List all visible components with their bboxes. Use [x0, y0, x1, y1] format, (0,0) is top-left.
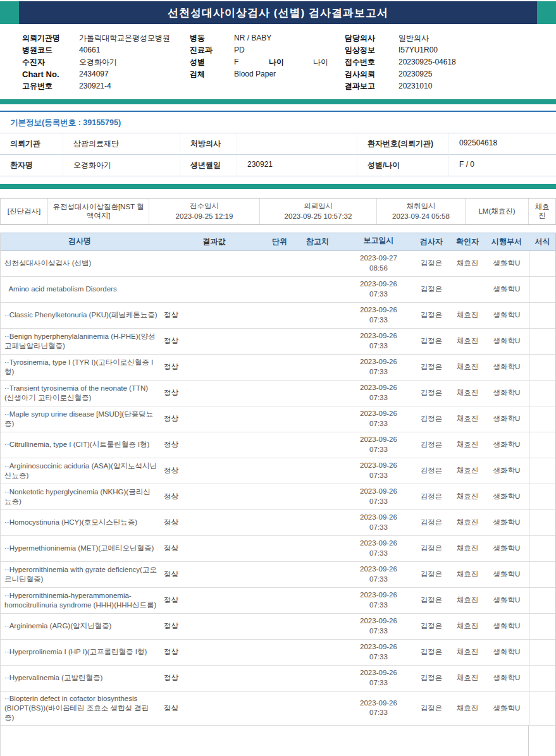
confirmer-name: 채효진: [451, 388, 484, 398]
field-value: 230921-4: [79, 80, 111, 92]
test-name: ··Argininosuccinic aciduria (ASA)(알지노석시닌…: [1, 459, 159, 483]
column-header-result: 결과값: [159, 233, 269, 250]
field-label: 의뢰기관명: [22, 32, 79, 44]
collection-datetime: 채취일시 2023-09-24 05:58: [377, 198, 466, 224]
test-name: ··Maple syrup urine disease [MSUD](단풍당뇨증…: [1, 407, 159, 431]
tester-name: 김정은: [412, 259, 451, 268]
report-datetime: 2023-09-26 07:33: [345, 329, 412, 353]
request-datetime-value: 2023-09-25 10:57:32: [285, 212, 352, 221]
test-name: ··Biopterin defect in cofactor biosynthe…: [1, 692, 159, 725]
table-row[interactable]: ··Biopterin defect in cofactor biosynthe…: [1, 692, 555, 726]
report-header: 의뢰기관명 가톨릭대학교은평성모병원 병원코드 40661 수진자 오경화아기 …: [0, 24, 556, 99]
table-row[interactable]: ··Hyperornithinemia-hyperammonemia-homoc…: [1, 588, 555, 614]
test-result: 정상: [159, 388, 269, 398]
confirmer-name: 채효진: [451, 336, 484, 346]
test-result: 정상: [159, 518, 269, 527]
field-label: 병동: [190, 32, 234, 44]
diagnostic-confirmer: 채효진: [529, 198, 555, 224]
field-value: 가톨릭대학교은평성모병원: [79, 32, 170, 44]
field-label: 검체: [190, 68, 234, 80]
header-field-row: 검체 Blood Paper: [190, 68, 338, 80]
tester-name: 김정은: [412, 704, 451, 713]
test-name: ··Hyperornithinemia-hyperammonemia-homoc…: [1, 588, 159, 613]
test-result: 정상: [159, 595, 269, 605]
test-name: ··Tyrosinemia, type I (TYR I)(고타이로신혈증 I형…: [1, 355, 159, 379]
header-field-row: 담당의사 일반의사: [345, 32, 556, 44]
test-result: 정상: [159, 362, 269, 372]
performing-dept: 생화학U: [484, 362, 529, 372]
report-datetime: 2023-09-26 07:33: [345, 666, 412, 690]
tester-name: 김정은: [412, 544, 451, 553]
form-cell: [529, 562, 555, 587]
test-result: 정상: [159, 310, 269, 320]
report-datetime: 2023-09-26 07:33: [345, 355, 412, 379]
performing-dept: 생화학U: [484, 647, 529, 657]
test-result: 정상: [159, 336, 269, 346]
basic-info-label: 처방의사: [180, 133, 237, 155]
column-header-reference: 참고치: [290, 233, 345, 250]
field-label: 담당의사: [345, 32, 398, 44]
tester-name: 김정은: [412, 492, 451, 501]
basic-info-value: 230921: [237, 155, 357, 176]
performing-dept: 생화학U: [484, 492, 529, 501]
header-field-row: 성별 F 나이 나이: [190, 56, 338, 68]
table-row[interactable]: ··Hypervalinemia (고발린혈증) 정상 2023-09-26 0…: [1, 666, 555, 692]
basic-info-label: 의뢰기관: [0, 133, 63, 155]
field-value: 2434097: [79, 68, 109, 80]
tester-name: 김정은: [412, 388, 451, 398]
collection-datetime-value: 2023-09-24 05:58: [392, 212, 450, 221]
table-row[interactable]: ··Argininemia (ARG)(알지닌혈증) 정상 2023-09-26…: [1, 614, 555, 640]
page-title: 선천성대사이상검사 (선별) 검사결과보고서: [19, 1, 537, 24]
tester-name: 김정은: [412, 466, 451, 475]
header-left-column: 의뢰기관명 가톨릭대학교은평성모병원 병원코드 40661 수진자 오경화아기 …: [0, 32, 190, 92]
form-cell: [529, 536, 555, 561]
column-header-unit: 단위: [269, 233, 290, 250]
form-cell: [529, 355, 555, 380]
table-tail-area: [1, 726, 555, 756]
report-datetime: 2023-09-26 07:33: [345, 485, 412, 508]
report-datetime: 2023-09-26 07:33: [345, 381, 412, 405]
table-row[interactable]: Amino acid metabolism Disorders 2023-09-…: [1, 277, 555, 303]
table-row[interactable]: ··Argininosuccinic aciduria (ASA)(알지노석시닌…: [1, 458, 555, 484]
table-row[interactable]: ··Citrullinemia, type I (CIT)(시트룰린혈증 I형)…: [1, 432, 555, 458]
table-row[interactable]: ··Transient tyrosinemia of the neonate (…: [1, 381, 555, 406]
table-row[interactable]: ··Nonketotic hyperglycinemia (NKHG)(글리신뇨…: [1, 484, 555, 510]
report-datetime: 2023-09-26 07:33: [345, 563, 412, 586]
table-row[interactable]: ··Hyperprolinemia I (HP I)(고프롤린혈증 I형) 정상…: [1, 640, 555, 666]
table-row[interactable]: ··Hyperornithinemia with gyrate deficien…: [1, 562, 555, 588]
table-row[interactable]: ··Classic Phenylketonuria (PKU)(페닐케톤뇨증) …: [1, 303, 555, 329]
header-field-row: 임상정보 I57YU1R00: [345, 44, 556, 56]
test-result: 정상: [159, 621, 269, 631]
performing-dept: 생화학U: [484, 518, 529, 527]
performing-dept: 생화학U: [484, 673, 529, 683]
field-label-secondary: [271, 32, 316, 44]
table-row[interactable]: ··Benign hyperphenylalaninemia (H-PHE)(양…: [1, 329, 555, 355]
confirmer-name: 채효진: [451, 595, 484, 605]
title-bar: 선천성대사이상검사 (선별) 검사결과보고서: [0, 1, 556, 24]
column-header-tester: 검사자: [412, 233, 451, 250]
confirmer-name: 채효진: [451, 259, 484, 268]
table-row[interactable]: ··Hypermethioninemia (MET)(고메티오닌혈증) 정상 2…: [1, 536, 555, 562]
header-field-row: 병원코드 40661: [22, 44, 190, 56]
field-label-secondary: [269, 44, 313, 56]
test-name: Amino acid metabolism Disorders: [1, 282, 159, 296]
basic-info-value: [237, 133, 357, 155]
table-row[interactable]: ··Tyrosinemia, type I (TYR I)(고타이로신혈증 I형…: [1, 355, 555, 381]
test-name: ··Homocystinuria (HCY)(호모시스틴뇨증): [1, 515, 159, 530]
performing-dept: 생화학U: [484, 595, 529, 605]
table-row[interactable]: ··Homocystinuria (HCY)(호모시스틴뇨증) 정상 2023-…: [1, 510, 555, 536]
confirmer-name: 채효진: [451, 544, 484, 553]
test-result: 정상: [159, 544, 269, 553]
performing-dept: 생화학U: [484, 570, 529, 579]
performing-dept: 생화학U: [484, 544, 529, 553]
table-row[interactable]: ··Maple syrup urine disease [MSUD](단풍당뇨증…: [1, 406, 555, 432]
report-datetime: 2023-09-26 07:33: [345, 640, 412, 664]
test-name: ··Classic Phenylketonuria (PKU)(페닐케톤뇨증): [1, 308, 159, 322]
report-datetime: 2023-09-26 07:33: [345, 614, 412, 638]
form-cell: [529, 277, 555, 302]
report-datetime: 2023-09-26 07:33: [345, 537, 412, 560]
table-row[interactable]: 선천성대사이상검사 (선별) 2023-09-27 08:56 김정은 채효진 …: [1, 251, 555, 277]
results-header-row: 검사명 결과값 단위 참고치 보고일시 검사자 확인자 시행부서 서식: [1, 233, 555, 251]
header-middle-column: 병동 NR / BABY 진료과 PD 성별 F 나이 나이 검체 Blood …: [190, 32, 338, 92]
test-name: ··Transient tyrosinemia of the neonate (…: [1, 381, 159, 405]
